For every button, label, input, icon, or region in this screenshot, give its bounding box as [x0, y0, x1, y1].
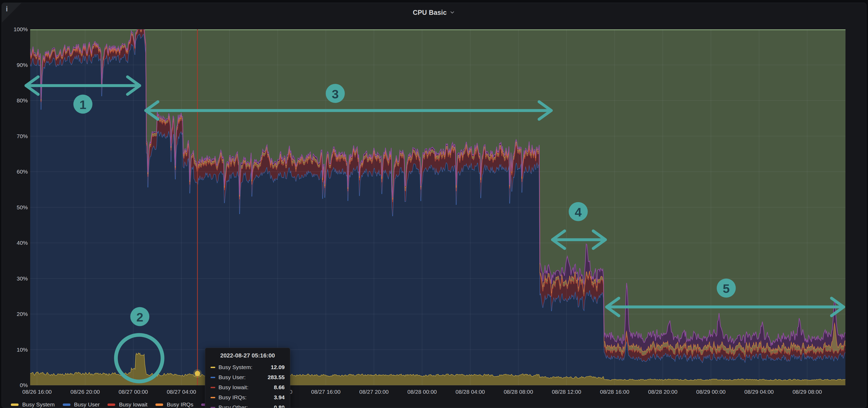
annotation-badge-3: 3	[326, 84, 345, 103]
y-tick-label: 20%	[2, 311, 28, 317]
x-tick-label: 08/27 04:00	[167, 389, 196, 395]
legend-label: Busy IRQs	[167, 401, 193, 408]
svg-text:1: 1	[80, 98, 86, 112]
legend-swatch	[63, 404, 70, 406]
y-tick-label: 40%	[2, 240, 28, 246]
tooltip-series-value: 12.09	[271, 364, 285, 370]
y-tick-label: 60%	[2, 169, 28, 175]
x-tick-label: 08/28 00:00	[407, 389, 437, 395]
tooltip-timestamp: 2022-08-27 05:16:00	[211, 352, 285, 359]
x-tick-label: 08/29 04:00	[744, 389, 774, 395]
cpu-usage-chart[interactable]: 12345	[2, 3, 866, 408]
x-tick-label: 08/28 12:00	[552, 389, 581, 395]
tooltip-series-value: 0.80	[274, 404, 285, 408]
y-tick-label: 80%	[2, 97, 28, 104]
tooltip-series-value: 8.66	[274, 384, 285, 390]
legend-label: Busy Iowait	[119, 401, 147, 408]
x-tick-label: 08/29 08:00	[793, 389, 822, 395]
legend-item-system[interactable]: Busy System	[11, 401, 55, 408]
svg-text:5: 5	[723, 281, 730, 296]
legend-swatch	[155, 404, 163, 406]
y-tick-label: 30%	[2, 275, 28, 282]
tooltip-row: Busy System:12.09	[211, 362, 285, 372]
y-tick-label: 0%	[2, 382, 28, 388]
y-tick-label: 90%	[2, 62, 28, 68]
cursor-marker	[195, 371, 200, 376]
legend-item-iowait[interactable]: Busy Iowait	[107, 401, 147, 408]
tooltip-series-label: Busy System:	[218, 364, 252, 370]
tooltip-row: Busy Iowait:8.66	[211, 382, 285, 393]
x-tick-label: 08/27 16:00	[311, 389, 341, 395]
x-tick-label: 08/27 20:00	[359, 389, 389, 395]
legend-swatch	[11, 404, 19, 406]
tooltip-series-label: Busy Iowait:	[218, 384, 248, 390]
x-tick-label: 08/29 00:00	[696, 389, 725, 395]
annotation-badge-1: 1	[73, 95, 92, 113]
tooltip-series-swatch	[211, 387, 215, 388]
y-tick-label: 100%	[2, 26, 28, 33]
legend-label: Busy System	[22, 401, 55, 408]
svg-text:3: 3	[332, 87, 339, 101]
annotation-badge-2: 2	[130, 307, 149, 326]
x-tick-label: 08/28 08:00	[504, 389, 533, 395]
cpu-basic-panel: i CPU Basic 12345 0%10%20%30%40%50%60%70…	[2, 3, 866, 408]
tooltip-series-label: Busy IRQs:	[218, 394, 247, 401]
tooltip-row: Busy IRQs:3.94	[211, 393, 285, 402]
legend-item-user[interactable]: Busy User	[63, 401, 100, 408]
svg-text:2: 2	[136, 310, 143, 324]
tooltip-series-value: 283.55	[268, 374, 285, 380]
tooltip-series-swatch	[211, 407, 215, 408]
x-tick-label: 08/28 04:00	[456, 389, 485, 395]
y-tick-label: 70%	[2, 133, 28, 139]
tooltip-series-label: Busy Other:	[218, 404, 248, 408]
y-tick-label: 10%	[2, 347, 28, 353]
tooltip-row: Busy Other:0.80	[211, 402, 285, 408]
hover-tooltip: 2022-08-27 05:16:00 Busy System:12.09Bus…	[205, 348, 290, 408]
x-tick-label: 08/26 20:00	[70, 389, 100, 395]
tooltip-series-swatch	[211, 367, 215, 368]
legend-swatch	[107, 404, 115, 406]
tooltip-series-swatch	[211, 397, 215, 398]
x-tick-label: 08/27 00:00	[119, 389, 148, 395]
y-tick-label: 50%	[2, 204, 28, 211]
annotation-badge-4: 4	[569, 202, 588, 221]
tooltip-series-value: 3.94	[274, 394, 285, 401]
tooltip-series-label: Busy User:	[218, 374, 246, 380]
legend-label: Busy User	[74, 401, 100, 408]
legend-item-irqs[interactable]: Busy IRQs	[155, 401, 193, 408]
x-tick-label: 08/28 16:00	[600, 389, 629, 395]
svg-text:4: 4	[575, 205, 582, 219]
annotation-badge-5: 5	[717, 279, 736, 298]
tooltip-row: Busy User:283.55	[211, 372, 285, 382]
x-tick-label: 08/26 16:00	[22, 389, 52, 395]
tooltip-series-swatch	[211, 377, 215, 378]
x-tick-label: 08/28 20:00	[648, 389, 678, 395]
